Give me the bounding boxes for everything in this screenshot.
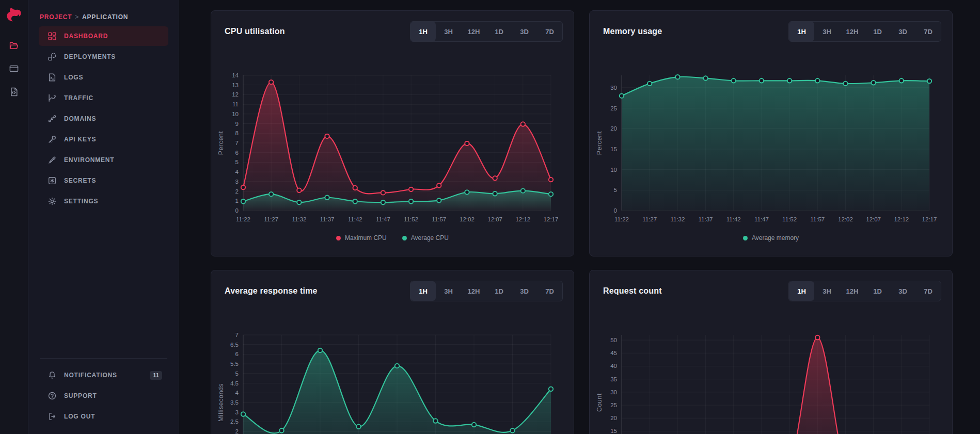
sidebar-item-label: SUPPORT [64, 392, 97, 399]
nest-logo[interactable] [5, 7, 23, 26]
x-tick-label: 11:27 [264, 216, 278, 222]
y-axis-title: Milliseconds [217, 383, 225, 422]
y-tick-label: 11 [232, 101, 239, 107]
x-tick-label: 11:22 [236, 216, 250, 222]
sidebar-footer-list: NOTIFICATIONS11SUPPORTLOG OUT [28, 365, 179, 427]
cpu-utilisation-chart[interactable]: 0123456789101112131411:2211:2711:3211:37… [216, 68, 558, 233]
chart-legend: Maximum CPUAverage CPU [211, 234, 574, 242]
time-range-button-7d[interactable]: 7D [537, 22, 562, 41]
series-area [622, 77, 929, 211]
time-range-button-7d[interactable]: 7D [537, 281, 562, 301]
time-range-button-1d[interactable]: 1D [486, 281, 512, 301]
breadcrumb-project[interactable]: PROJECT [40, 13, 72, 21]
x-tick-label: 11:47 [754, 216, 769, 222]
icon-rail [0, 0, 28, 434]
time-range-button-12h[interactable]: 12H [461, 281, 486, 301]
x-tick-label: 12:12 [515, 216, 530, 222]
card-title-average-response-time: Average response time [225, 286, 318, 296]
time-range-button-1d[interactable]: 1D [865, 281, 890, 301]
legend-label: Average CPU [411, 234, 449, 242]
request-count-chart[interactable]: 1520253035404550Count [595, 328, 937, 434]
y-tick-label: 50 [610, 337, 617, 343]
x-tick-label: 12:02 [460, 216, 475, 222]
y-tick-label: 9 [235, 121, 239, 127]
x-tick-label: 12:02 [838, 216, 853, 222]
time-range-button-3d[interactable]: 3D [890, 281, 915, 301]
sidebar-item-traffic[interactable]: TRAFFIC [39, 88, 168, 108]
y-tick-label: 25 [610, 402, 617, 408]
y-tick-label: 1 [235, 198, 239, 204]
time-range-button-3h[interactable]: 3H [436, 22, 461, 41]
sidebar-item-label: SETTINGS [64, 198, 98, 205]
breadcrumb-application[interactable]: APPLICATION [82, 13, 128, 21]
chart-area: 22.533.544.555.566.57Milliseconds [216, 328, 574, 434]
sidebar-item-environment[interactable]: ENVIRONMENT [39, 150, 168, 170]
time-range-button-3h[interactable]: 3H [814, 22, 840, 41]
sidebar-item-label: LOGS [64, 74, 83, 81]
sidebar-item-label: SECRETS [64, 177, 96, 184]
legend-item[interactable]: Maximum CPU [336, 234, 387, 242]
main-content: CPU utilisation1H3H12H1D3D7D012345678910… [179, 0, 980, 434]
notifications-count-badge: 11 [150, 371, 162, 380]
x-tick-label: 12:17 [544, 216, 558, 222]
time-range-button-3h[interactable]: 3H [814, 281, 840, 301]
folder-open-icon[interactable] [9, 40, 19, 51]
sidebar-item-domains[interactable]: DOMAINS [39, 109, 168, 128]
time-range-button-7d[interactable]: 7D [915, 22, 941, 41]
x-tick-label: 11:42 [348, 216, 362, 222]
y-tick-label: 4 [235, 169, 239, 175]
sidebar: PROJECT>APPLICATION DASHBOARDDEPLOYMENTS… [28, 0, 179, 434]
card-title-request-count: Request count [603, 286, 662, 296]
y-tick-label: 8 [235, 130, 239, 136]
x-tick-label: 12:12 [894, 216, 909, 222]
file-code-icon[interactable] [9, 87, 19, 97]
x-tick-label: 11:27 [642, 216, 657, 222]
y-tick-label: 0 [235, 207, 239, 214]
y-axis-title: Percent [217, 131, 225, 155]
sidebar-item-secrets[interactable]: SECRETS [39, 171, 168, 190]
sidebar-item-settings[interactable]: SETTINGS [39, 191, 168, 211]
sidebar-item-api-keys[interactable]: API KEYS [39, 130, 168, 149]
time-range-button-7d[interactable]: 7D [915, 281, 941, 301]
sidebar-item-dashboard[interactable]: DASHBOARD [39, 26, 168, 46]
y-tick-label: 15 [610, 146, 617, 152]
y-tick-label: 5 [614, 187, 617, 193]
sidebar-item-notifications[interactable]: NOTIFICATIONS11 [39, 365, 168, 385]
time-range-button-3d[interactable]: 3D [890, 22, 915, 41]
sidebar-item-deployments[interactable]: DEPLOYMENTS [39, 47, 168, 67]
time-range-button-12h[interactable]: 12H [840, 22, 865, 41]
card-header: CPU utilisation1H3H12H1D3D7D [211, 11, 574, 42]
time-range-button-1h[interactable]: 1H [789, 22, 814, 41]
memory-usage-chart[interactable]: 05101520253011:2211:2711:3211:3711:4211:… [595, 68, 937, 233]
y-tick-label: 2 [235, 428, 239, 434]
y-tick-label: 40 [610, 363, 617, 369]
card-title-memory-usage: Memory usage [603, 27, 662, 36]
sidebar-item-logs[interactable]: LOGS [39, 68, 168, 87]
time-range-button-3d[interactable]: 3D [512, 22, 537, 41]
y-tick-label: 15 [610, 428, 617, 434]
chart-legend: Average memory [590, 234, 952, 242]
sidebar-item-log-out[interactable]: LOG OUT [39, 407, 168, 426]
time-range-button-1h[interactable]: 1H [410, 281, 436, 301]
legend-item[interactable]: Average memory [743, 234, 799, 242]
time-range-button-12h[interactable]: 12H [461, 22, 486, 41]
time-range-button-1h[interactable]: 1H [789, 281, 814, 301]
average-response-time-chart[interactable]: 22.533.544.555.566.57Milliseconds [216, 328, 558, 434]
domains-icon [48, 114, 57, 123]
deployments-icon [48, 52, 57, 61]
legend-item[interactable]: Average CPU [402, 234, 449, 242]
card-icon[interactable] [9, 63, 19, 74]
time-range-button-1d[interactable]: 1D [865, 22, 890, 41]
x-tick-label: 11:37 [320, 216, 335, 222]
time-range-button-1h[interactable]: 1H [410, 22, 436, 41]
sidebar-item-label: DEPLOYMENTS [64, 53, 116, 60]
time-range-button-3d[interactable]: 3D [512, 281, 537, 301]
x-tick-label: 12:07 [866, 216, 881, 222]
x-tick-label: 11:57 [432, 216, 446, 222]
time-range-button-3h[interactable]: 3H [436, 281, 461, 301]
time-range-button-12h[interactable]: 12H [840, 281, 865, 301]
chart-area: 05101520253011:2211:2711:3211:3711:4211:… [595, 68, 952, 233]
time-range-button-1d[interactable]: 1D [486, 22, 512, 41]
chart-area: 1520253035404550Count [595, 328, 952, 434]
sidebar-item-support[interactable]: SUPPORT [39, 386, 168, 406]
